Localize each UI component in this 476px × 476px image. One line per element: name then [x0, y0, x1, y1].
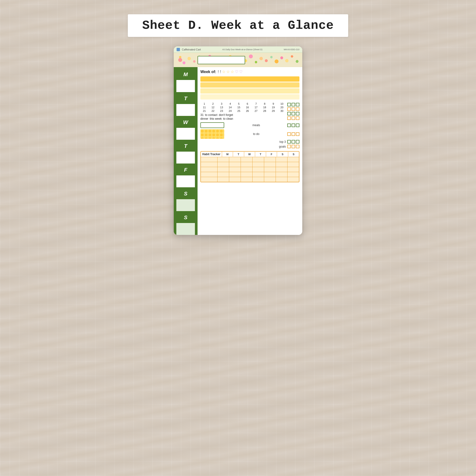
checkbox-4b[interactable]	[291, 116, 295, 120]
star-icon-3: ☆	[231, 69, 234, 74]
num-6: 6	[243, 102, 251, 105]
habit-cell-2-1[interactable]	[229, 167, 241, 172]
checkbox-2a[interactable]	[287, 107, 291, 111]
habit-cell-4-2[interactable]	[241, 177, 253, 182]
habit-cell-4-6[interactable]	[288, 177, 299, 182]
checkbox-3b[interactable]	[291, 112, 295, 116]
checkbox-3c[interactable]	[296, 112, 299, 116]
habit-cell-1-3[interactable]	[253, 162, 264, 167]
habit-cell-2-0[interactable]	[218, 167, 229, 172]
habit-cell-2-2[interactable]	[241, 167, 253, 172]
meals-sticker-box[interactable]	[200, 122, 224, 128]
habit-row-4	[201, 177, 299, 182]
heart-icon-2: ♡	[239, 69, 242, 74]
habit-cell-1-2[interactable]	[241, 162, 253, 167]
habit-cell-0-6[interactable]	[288, 157, 299, 162]
habit-cell-3-4[interactable]	[264, 172, 276, 177]
meals-cb-1[interactable]	[287, 123, 291, 127]
title-input-box[interactable]	[198, 56, 245, 64]
checkbox-1c[interactable]	[296, 103, 299, 106]
habit-header-s: S	[288, 152, 299, 157]
checkbox-3a[interactable]	[287, 112, 291, 116]
yellow-box-1	[200, 76, 299, 82]
checkbox-1b[interactable]	[291, 103, 295, 106]
habit-cell-0-5[interactable]	[276, 157, 288, 162]
habit-cell-0-0[interactable]	[218, 157, 229, 162]
yellow-gradient-boxes	[200, 76, 299, 100]
habit-cell-3-1[interactable]	[229, 172, 241, 177]
habit-header-m: M	[222, 152, 233, 157]
checkbox-4a[interactable]	[287, 116, 291, 120]
top3-label: top 3	[279, 140, 286, 143]
habit-cell-3-2[interactable]	[241, 172, 253, 177]
habit-cell-1-6[interactable]	[288, 162, 299, 167]
habit-header-t: T	[233, 152, 244, 157]
num-27: 27	[252, 109, 260, 112]
num-9: 9	[270, 102, 277, 105]
habit-cell-1-1[interactable]	[229, 162, 241, 167]
checkbox-2b[interactable]	[291, 107, 295, 111]
day-wednesday: W	[174, 116, 198, 140]
goals-cb-2[interactable]	[291, 145, 295, 148]
habit-cell-2-4[interactable]	[264, 167, 276, 172]
habit-cell-4-0[interactable]	[218, 177, 229, 182]
habit-cell-0-4[interactable]	[264, 157, 276, 162]
day-label-s1: S	[184, 191, 187, 197]
habit-cell-4-5[interactable]	[276, 177, 288, 182]
habit-cell-0-3[interactable]	[253, 157, 264, 162]
num-16: 16	[243, 106, 251, 109]
habit-cell-1-0[interactable]	[218, 162, 229, 167]
habit-cell-2-5[interactable]	[276, 167, 288, 172]
habit-cell-2-6[interactable]	[288, 167, 299, 172]
day-box-s2[interactable]	[176, 223, 195, 235]
num-7: 7	[252, 102, 260, 105]
num-18: 18	[261, 106, 269, 109]
numbers-checkboxes-section: 1234567891011121314151617181920212223242…	[200, 102, 299, 120]
habit-row-label-0	[201, 157, 218, 162]
todo-cb-3[interactable]	[296, 132, 299, 136]
habit-cell-0-2[interactable]	[241, 157, 253, 162]
habit-cell-3-3[interactable]	[253, 172, 264, 177]
habit-cell-3-0[interactable]	[218, 172, 229, 177]
habit-cell-4-1[interactable]	[229, 177, 241, 182]
meals-label: meals	[252, 123, 260, 127]
meals-cb-2[interactable]	[291, 123, 295, 127]
top3-checkboxes	[287, 140, 299, 143]
checkbox-2c[interactable]	[296, 107, 299, 111]
num-23: 23	[218, 109, 225, 112]
num-22: 22	[209, 109, 217, 112]
day-label-t1: T	[184, 95, 187, 102]
habit-day-headers: MTWTFSS	[222, 152, 299, 157]
week-of-row: Week of: ! ! ☆ ☆ ☆ ♡ ♡	[200, 69, 299, 74]
top3-cb-1[interactable]	[287, 140, 291, 143]
habit-cell-3-5[interactable]	[276, 172, 288, 177]
sticker-sheet: Caffeinated Cart A5 Daily Duo Week-at-a-…	[174, 46, 302, 235]
todo-sticker-box[interactable]	[200, 129, 224, 139]
goals-checkboxes	[287, 145, 299, 148]
meals-cb-3[interactable]	[296, 123, 299, 127]
goals-label: goals	[279, 145, 286, 148]
checkbox-4c[interactable]	[296, 116, 299, 120]
habit-cell-4-4[interactable]	[264, 177, 276, 182]
habit-cell-4-3[interactable]	[253, 177, 264, 182]
habit-cell-3-6[interactable]	[288, 172, 299, 177]
day-tuesday: T	[174, 92, 198, 116]
top3-row: top 3	[200, 140, 299, 143]
todo-cb-2[interactable]	[291, 132, 295, 136]
todo-cb-1[interactable]	[287, 132, 291, 136]
habit-row-3	[201, 172, 299, 177]
goals-cb-1[interactable]	[287, 145, 291, 148]
num-30: 30	[278, 109, 286, 112]
num-13: 13	[218, 106, 225, 109]
top3-cb-3[interactable]	[296, 140, 299, 143]
num-24: 24	[226, 109, 234, 112]
num-5: 5	[235, 102, 243, 105]
habit-cell-2-3[interactable]	[253, 167, 264, 172]
habit-cell-1-4[interactable]	[264, 162, 276, 167]
habit-cell-0-1[interactable]	[229, 157, 241, 162]
habit-cell-1-5[interactable]	[276, 162, 288, 167]
goals-cb-3[interactable]	[296, 145, 299, 148]
top3-cb-2[interactable]	[291, 140, 295, 143]
checkbox-1a[interactable]	[287, 103, 291, 106]
label-row-1: 31 to contact don't forget	[200, 113, 286, 117]
